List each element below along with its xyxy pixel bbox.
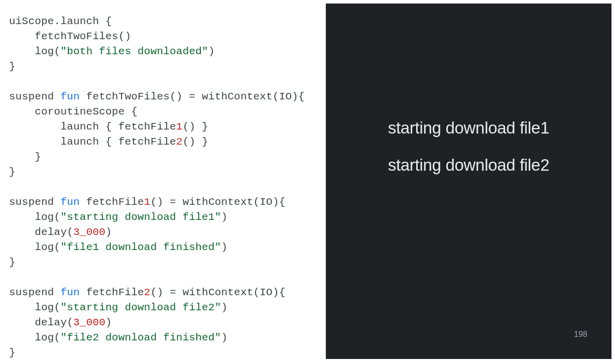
code-line: launch { fetchFile2() } <box>9 135 326 150</box>
code-token: fun <box>60 91 79 102</box>
code-token: delay( <box>9 226 73 238</box>
code-token: } <box>9 257 16 268</box>
code-token: "file2 download finished" <box>60 332 221 343</box>
code-token: fun <box>60 196 79 208</box>
page-number: 198 <box>574 330 587 339</box>
code-token: } <box>9 347 16 358</box>
code-line: } <box>9 165 326 180</box>
code-token: 3_000 <box>73 226 105 238</box>
code-token: ) <box>221 332 227 343</box>
code-line: } <box>9 150 326 165</box>
code-pane: uiScope.launch { fetchTwoFiles() log("bo… <box>0 0 326 364</box>
code-token: fetchFile <box>80 287 144 298</box>
code-token: () } <box>183 121 208 133</box>
code-line: log("file2 download finished") <box>9 330 326 345</box>
code-token: "both files downloaded" <box>60 46 208 57</box>
code-token: 1 <box>176 121 183 133</box>
code-token: () } <box>183 136 208 148</box>
code-token: "file1 download finished" <box>60 241 221 253</box>
code-token: suspend <box>9 196 60 208</box>
code-token: launch { fetchFile <box>9 136 176 148</box>
code-token: uiScope.launch { <box>9 16 112 27</box>
code-token: delay( <box>9 317 73 328</box>
code-line: log("both files downloaded") <box>9 44 326 59</box>
code-token: coroutineScope { <box>9 106 138 117</box>
code-token: launch { fetchFile <box>9 121 176 133</box>
code-line: log("file1 download finished") <box>9 240 326 255</box>
code-line: } <box>9 255 326 270</box>
code-token: () = withContext(IO){ <box>151 287 286 298</box>
code-token: 1 <box>144 196 151 208</box>
code-line <box>9 180 326 195</box>
code-token: "starting download file2" <box>60 302 221 313</box>
code-token: fetchTwoFiles() <box>9 31 131 42</box>
code-token: } <box>9 61 16 72</box>
code-line: delay(3_000) <box>9 225 326 240</box>
code-line: suspend fun fetchFile2() = withContext(I… <box>9 285 326 300</box>
code-line: launch { fetchFile1() } <box>9 119 326 135</box>
code-token: log( <box>9 211 60 223</box>
code-token: suspend <box>9 287 60 298</box>
code-token: () = withContext(IO){ <box>151 196 286 208</box>
code-token: ) <box>221 302 227 313</box>
code-line <box>9 270 326 285</box>
code-line: log("starting download file2") <box>9 300 326 315</box>
code-line <box>9 74 326 89</box>
code-token: ) <box>105 226 112 238</box>
code-token: fetchTwoFiles() = withContext(IO){ <box>80 91 305 102</box>
code-line: suspend fun fetchTwoFiles() = withContex… <box>9 89 326 104</box>
code-line: log("starting download file1") <box>9 210 326 225</box>
output-content: starting download file1 starting downloa… <box>326 118 611 192</box>
code-token: ) <box>221 211 227 223</box>
code-token: fetchFile <box>80 196 144 208</box>
code-token: log( <box>9 241 60 253</box>
code-token: log( <box>9 46 60 57</box>
code-token: 2 <box>176 136 183 148</box>
code-token: log( <box>9 302 60 313</box>
code-token: ) <box>221 241 227 253</box>
code-token: suspend <box>9 91 60 102</box>
code-token: ) <box>105 317 112 328</box>
code-line: fetchTwoFiles() <box>9 29 326 44</box>
code-line: coroutineScope { <box>9 104 326 119</box>
code-line: uiScope.launch { <box>9 14 326 29</box>
slide: uiScope.launch { fetchTwoFiles() log("bo… <box>0 0 615 364</box>
code-token: log( <box>9 332 60 343</box>
output-pane: starting download file1 starting downloa… <box>326 4 611 359</box>
code-token: ) <box>208 46 215 57</box>
code-token: 3_000 <box>73 317 105 328</box>
code-token: 2 <box>144 287 151 298</box>
code-line: } <box>9 345 326 360</box>
code-token: } <box>9 151 41 163</box>
code-line: } <box>9 59 326 74</box>
code-token: fun <box>60 287 79 298</box>
output-line-1: starting download file1 <box>326 118 611 138</box>
code-line: delay(3_000) <box>9 315 326 330</box>
code-line: suspend fun fetchFile1() = withContext(I… <box>9 195 326 210</box>
output-line-2: starting download file2 <box>326 155 611 175</box>
code-token: } <box>9 166 16 178</box>
code-token: "starting download file1" <box>60 211 221 223</box>
